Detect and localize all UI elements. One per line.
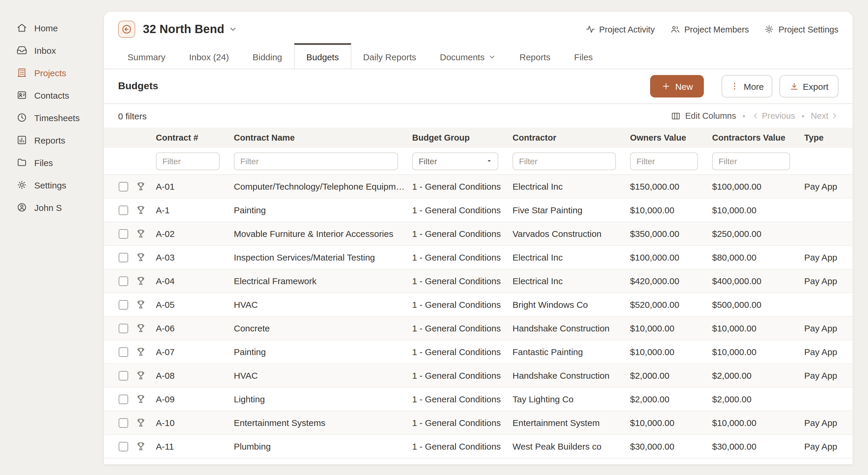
row-checkbox[interactable] (119, 253, 128, 262)
cell-contractors-value: $500,000.00 (707, 300, 800, 309)
cell-contractors-value: $10,000.00 (707, 205, 800, 215)
column-header-contractor[interactable]: Contractor (508, 133, 625, 142)
sidebar-item-contacts[interactable]: Contacts (0, 84, 104, 106)
dropdown-caret-icon (485, 157, 493, 165)
table-row[interactable]: A-1 Painting 1 - General Conditions Five… (104, 199, 852, 222)
edit-columns-button[interactable]: Edit Columns (671, 111, 736, 121)
previous-page-button[interactable]: Previous (752, 111, 795, 121)
tab-documents[interactable]: Documents (428, 43, 508, 68)
vertical-ellipsis-icon (730, 82, 740, 91)
back-button[interactable] (118, 21, 135, 38)
sidebar-item-settings[interactable]: Settings (0, 174, 104, 196)
budget-group-filter-select[interactable]: Filter (412, 152, 498, 170)
cell-budget-group: 1 - General Conditions (407, 418, 508, 428)
owners-value-filter-input[interactable] (630, 152, 698, 170)
table-row[interactable]: A-02 Movable Furniture & Interior Access… (104, 222, 852, 246)
column-header-owners-value[interactable]: Owners Value (625, 133, 707, 142)
cell-budget-group: 1 - General Conditions (407, 229, 508, 239)
project-activity-button[interactable]: Project Activity (585, 24, 655, 34)
tab-daily-reports[interactable]: Daily Reports (351, 43, 428, 68)
sidebar-item-user[interactable]: John S (0, 196, 104, 218)
tab-reports[interactable]: Reports (507, 43, 562, 68)
column-header-budget-group[interactable]: Budget Group (407, 133, 508, 142)
cell-contract-name: HVAC (229, 370, 407, 381)
project-members-button[interactable]: Project Members (670, 24, 749, 34)
cell-contract-number: A-01 (151, 181, 229, 191)
cell-type: Pay App (800, 323, 852, 333)
column-header-contract-number[interactable]: Contract # (151, 133, 229, 142)
export-button[interactable]: Export (779, 75, 838, 97)
cell-type: Pay App (800, 370, 852, 381)
row-checkbox[interactable] (119, 182, 128, 191)
row-checkbox[interactable] (119, 371, 128, 380)
building-icon (17, 67, 27, 78)
tab-inbox[interactable]: Inbox (24) (177, 43, 241, 68)
more-button[interactable]: More (722, 75, 772, 97)
column-header-type[interactable]: Type (800, 133, 852, 142)
contractors-value-filter-input[interactable] (712, 152, 790, 170)
column-header-contractors-value[interactable]: Contractors Value (707, 133, 800, 142)
sidebar-item-projects[interactable]: Projects (0, 61, 104, 84)
download-icon (789, 82, 799, 91)
cell-contract-name: Plumbing (229, 441, 407, 451)
row-checkbox[interactable] (119, 229, 128, 238)
cell-contract-name: Lighting (229, 394, 407, 404)
arrow-left-circle-icon (121, 24, 132, 35)
contractor-filter-input[interactable] (513, 152, 616, 170)
contract-name-filter-input[interactable] (234, 152, 398, 170)
cell-contract-name: Concrete (229, 323, 407, 333)
sidebar-item-label: Settings (34, 180, 66, 190)
budgets-toolbar: Budgets New More Export (104, 69, 852, 104)
sidebar-item-reports[interactable]: Reports (0, 129, 104, 151)
sidebar-item-inbox[interactable]: Inbox (0, 39, 104, 61)
sidebar: Home Inbox Projects Contacts Timesheets … (0, 0, 104, 475)
project-settings-button[interactable]: Project Settings (764, 24, 838, 34)
sidebar-item-label: Inbox (34, 45, 56, 55)
cell-contract-number: A-08 (151, 370, 229, 381)
sidebar-item-timesheets[interactable]: Timesheets (0, 106, 104, 129)
table-row[interactable]: A-01 Computer/Technology/Telephone Equip… (104, 175, 852, 199)
cell-contractor: Handshake Construction (508, 323, 625, 333)
row-checkbox[interactable] (119, 442, 128, 451)
table-row[interactable]: A-11 Plumbing 1 - General Conditions Wes… (104, 435, 852, 458)
table-row[interactable]: A-10 Entertainment Systems 1 - General C… (104, 411, 852, 435)
table-row[interactable]: A-09 Lighting 1 - General Conditions Tay… (104, 388, 852, 411)
cell-contractors-value: $2,000.00 (707, 394, 800, 404)
project-switcher[interactable] (228, 25, 237, 34)
cell-contract-number: A-11 (151, 441, 229, 451)
contract-number-filter-input[interactable] (156, 152, 220, 170)
trophy-icon (136, 418, 146, 428)
column-header-contract-name[interactable]: Contract Name (229, 133, 407, 142)
cell-owners-value: $420,000.00 (625, 276, 707, 286)
next-page-button[interactable]: Next (811, 111, 838, 121)
cell-type: Pay App (800, 181, 852, 191)
row-checkbox[interactable] (119, 394, 128, 404)
table-row[interactable]: A-03 Inspection Services/Material Testin… (104, 246, 852, 269)
row-checkbox[interactable] (119, 418, 128, 427)
row-checkbox[interactable] (119, 323, 128, 333)
sidebar-item-files[interactable]: Files (0, 151, 104, 174)
table-row[interactable]: A-05 HVAC 1 - General Conditions Bright … (104, 293, 852, 317)
sidebar-item-home[interactable]: Home (0, 17, 104, 39)
cell-owners-value: $350,000.00 (625, 229, 707, 239)
new-button[interactable]: New (650, 75, 704, 97)
row-checkbox[interactable] (119, 347, 128, 357)
sidebar-item-label: Contacts (34, 90, 69, 100)
table-row[interactable]: A-06 Concrete 1 - General Conditions Han… (104, 317, 852, 340)
row-checkbox[interactable] (119, 276, 128, 286)
plus-icon (662, 82, 671, 91)
cell-contract-number: A-03 (151, 252, 229, 262)
tab-bidding[interactable]: Bidding (241, 43, 294, 68)
table-row[interactable]: A-08 HVAC 1 - General Conditions Handsha… (104, 364, 852, 388)
chevron-left-icon (752, 112, 760, 120)
row-checkbox[interactable] (119, 205, 128, 215)
table-row[interactable]: A-04 Electrical Framework 1 - General Co… (104, 269, 852, 293)
tab-budgets[interactable]: Budgets (294, 43, 351, 68)
row-checkbox[interactable] (119, 300, 128, 309)
cell-contract-number: A-06 (151, 323, 229, 333)
tab-summary[interactable]: Summary (116, 43, 177, 68)
project-members-label: Project Members (684, 25, 749, 34)
cell-contractors-value: $10,000.00 (707, 323, 800, 333)
tab-files[interactable]: Files (562, 43, 604, 68)
table-row[interactable]: A-07 Painting 1 - General Conditions Fan… (104, 340, 852, 364)
